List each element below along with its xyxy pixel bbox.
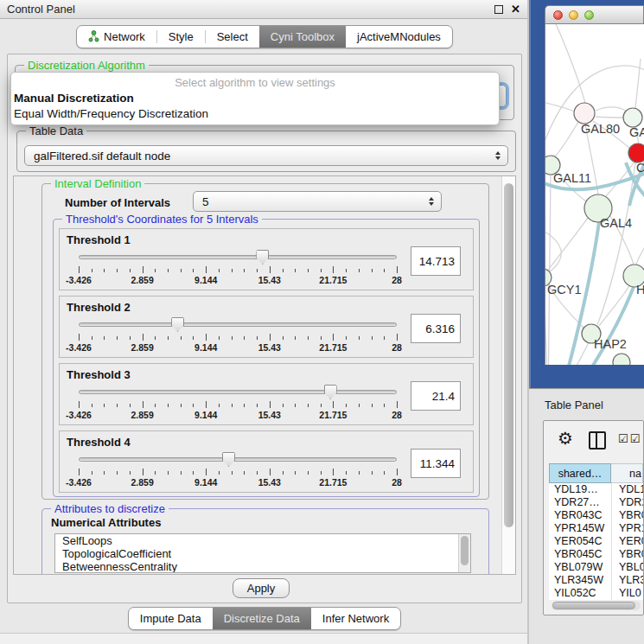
tick-label: 2.859	[131, 410, 153, 420]
tick-mark	[117, 471, 118, 475]
table-row[interactable]: YER054CYER0	[549, 535, 643, 548]
scrollbar-thumb[interactable]	[504, 183, 513, 527]
tab-jactivemnodules[interactable]: jActiveMNodules	[346, 26, 452, 48]
algorithm-placeholder-option[interactable]: Select algorithm to view settings	[11, 75, 499, 91]
network-window-titlebar[interactable]	[545, 5, 644, 24]
slider-thumb[interactable]	[256, 250, 269, 265]
network-node-c[interactable]	[628, 143, 644, 163]
column-header-name[interactable]: na	[611, 463, 643, 483]
node-label: GAL	[629, 125, 644, 139]
tab-discretize-data[interactable]: Discretize Data	[213, 608, 311, 629]
threshold-slider[interactable]: -3.4262.8599.14415.4321.71528	[79, 385, 397, 423]
gear-icon[interactable]: ⚙	[558, 428, 573, 449]
network-node-gal[interactable]	[623, 108, 642, 127]
slider-track[interactable]	[79, 255, 397, 259]
threshold-value-field[interactable]: 11.344	[411, 449, 461, 478]
cell-name: YDL1	[611, 483, 643, 496]
close-button[interactable]	[553, 10, 563, 20]
node-label: GCY1	[547, 283, 582, 296]
tick-label: 28	[392, 342, 402, 353]
checkbox-icon[interactable]: ☑	[618, 432, 628, 445]
tick-mark	[397, 469, 398, 475]
table-row[interactable]: YDL19…YDL1	[549, 483, 643, 496]
tick-mark	[244, 269, 245, 272]
tick-label: -3.426	[66, 275, 92, 285]
slider-thumb[interactable]	[171, 317, 184, 332]
tick-label: 28	[392, 275, 402, 285]
attribute-item-topologicalcoefficient[interactable]: TopologicalCoefficient	[55, 547, 470, 560]
tick-mark	[270, 401, 271, 408]
algorithm-option-equal-width-frequency-discretization[interactable]: Equal Width/Frequency Discretization	[11, 106, 499, 122]
threshold-slider[interactable]: -3.4262.8599.14415.4321.71528	[79, 452, 397, 490]
attributes-listbox[interactable]: SelfLoopsTopologicalCoefficientBetweenne…	[54, 533, 471, 573]
network-edge	[596, 107, 628, 112]
network-graph[interactable]: GAL80GALCGAL11GAL4GCY1HHAP2	[545, 24, 644, 365]
minimize-button[interactable]	[569, 10, 578, 20]
tick-mark	[372, 336, 373, 340]
tab-style[interactable]: Style	[157, 26, 205, 48]
group-title: Table Data	[26, 124, 86, 137]
tab-label: Discretize Data	[224, 612, 300, 625]
vertical-scrollbar[interactable]	[501, 176, 515, 574]
slider-ticks	[79, 469, 397, 476]
network-edge	[555, 122, 578, 156]
tab-impute-data[interactable]: Impute Data	[129, 608, 213, 629]
tab-network[interactable]: Network	[77, 26, 156, 48]
tick-mark	[232, 471, 233, 475]
attribute-item-selfloops[interactable]: SelfLoops	[55, 534, 470, 547]
network-node-gal80[interactable]	[574, 103, 595, 124]
tick-label: -3.426	[66, 477, 92, 488]
algorithm-option-manual-discretization[interactable]: Manual Discretization	[11, 91, 499, 106]
table-row[interactable]: YDR27…YDR2	[549, 496, 643, 509]
table-row[interactable]: YLR345WYLR3	[549, 574, 643, 587]
slider-track[interactable]	[79, 390, 397, 394]
horizontal-scrollbar[interactable]	[552, 601, 641, 610]
tick-mark	[143, 266, 143, 273]
table-data-select[interactable]: galFiltered.sif default node	[24, 145, 508, 166]
column-header-shared-name[interactable]: shared…	[549, 463, 611, 483]
tab-select[interactable]: Select	[206, 26, 259, 48]
table-row[interactable]: YBR043CYBR0	[549, 509, 643, 522]
threshold-value-field[interactable]: 21.4	[411, 381, 461, 411]
columns-icon[interactable]	[589, 431, 606, 450]
tab-infer-network[interactable]: Infer Network	[311, 608, 400, 629]
network-canvas[interactable]: GAL80GALCGAL11GAL4GCY1HHAP2	[545, 24, 644, 365]
tick-mark	[384, 471, 385, 475]
tick-mark	[168, 336, 169, 340]
threshold-value-field[interactable]: 6.316	[411, 314, 461, 343]
threshold-value-field[interactable]: 14.713	[411, 246, 461, 276]
zoom-button[interactable]	[584, 10, 594, 20]
slider-track[interactable]	[79, 457, 397, 462]
panel-bottom-divider	[0, 633, 527, 644]
table-row[interactable]: YBR045CYBR0	[549, 548, 643, 561]
tick-mark	[143, 334, 143, 341]
select-columns-icons[interactable]: ☑ ☑	[618, 432, 640, 445]
attribute-item-betweennesscentrality[interactable]: BetweennessCentrality	[55, 560, 470, 573]
table-row[interactable]: YBL079WYBL0	[549, 561, 643, 574]
slider-track[interactable]	[79, 322, 397, 327]
checkbox-icon[interactable]: ☑	[630, 432, 641, 445]
threshold-slider[interactable]: -3.4262.8599.14415.4321.71528	[79, 317, 397, 355]
scrollbar-thumb[interactable]	[461, 536, 469, 565]
threshold-slider[interactable]: -3.4262.8599.14415.4321.71528	[79, 250, 397, 288]
tick-mark	[92, 404, 92, 407]
close-icon[interactable]: ✕	[511, 3, 520, 16]
slider-thumb[interactable]	[222, 452, 235, 467]
slider-thumb[interactable]	[324, 385, 337, 399]
float-panel-icon[interactable]	[494, 5, 503, 14]
apply-button[interactable]: Apply	[233, 578, 290, 598]
tick-mark	[283, 404, 284, 407]
tick-mark	[397, 266, 398, 273]
table-row[interactable]: YPR145WYPR1	[549, 522, 643, 535]
group-title: Interval Definition	[51, 177, 144, 190]
scrollbar-thumb[interactable]	[552, 602, 635, 609]
tick-mark	[104, 404, 105, 407]
network-node[interactable]	[613, 354, 630, 365]
list-scrollbar[interactable]	[458, 534, 470, 572]
tab-label: Select	[217, 30, 248, 43]
table-row[interactable]: YIL052CYIL0	[549, 587, 643, 600]
num-intervals-select[interactable]: 5	[193, 191, 442, 212]
bottom-tab-segments: Impute DataDiscretize DataInfer Network	[128, 607, 401, 630]
tick-mark	[257, 269, 258, 272]
tab-cyni-toolbox[interactable]: Cyni Toolbox	[259, 26, 346, 48]
